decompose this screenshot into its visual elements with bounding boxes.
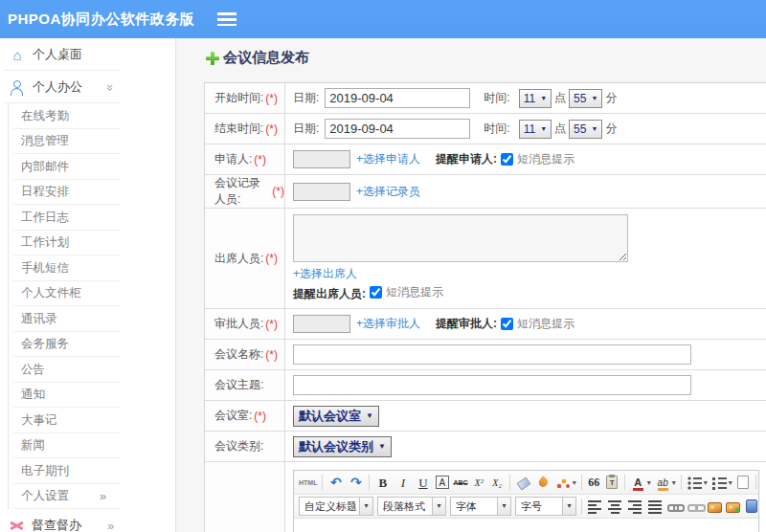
sidebar-item-news[interactable]: 新闻 [0,433,175,459]
format-brush-button[interactable] [534,473,552,492]
home-icon: ⌂ [10,47,25,63]
ordered-list-button[interactable] [686,473,709,492]
sidebar-item-notice[interactable]: 通知 [0,383,175,409]
dropdown-arrow-icon: ▾ [497,498,510,515]
meeting-subject-input[interactable] [293,375,691,395]
end-minute-select[interactable]: 55▼ [569,120,602,139]
sidebar-item-memorabilia[interactable]: 大事记 [0,408,175,433]
editor-content-area[interactable] [294,519,758,532]
page-title: 会议信息发布 [206,49,766,67]
approver-row: 审批人员:(*) +选择审批人 提醒审批人: 短消息提示 [205,309,766,340]
toolbar-separator [581,499,582,514]
sidebar-item-work-log[interactable]: 工作日志 [0,205,175,231]
meeting-subject-row: 会议主题: [205,370,766,401]
sidebar-item-meeting-service[interactable]: 会务服务 [0,332,175,358]
end-date-input[interactable] [325,119,470,139]
approver-input[interactable] [293,315,350,333]
applicant-input[interactable] [293,150,350,168]
dropdown-arrow-icon: ▼ [590,125,601,132]
sidebar-item-personal-settings[interactable]: 个人设置 » [0,484,175,510]
font-style-box-button[interactable]: A [434,473,450,492]
unordered-list-button[interactable] [710,473,733,492]
sidebar-submenu: 在线考勤 消息管理 内部邮件 日程安排 工作日志 工作计划 手机短信 [0,103,175,509]
end-hour-select[interactable]: 11▼ [519,120,552,139]
sidebar-item-internal-mail[interactable]: 内部邮件 [0,154,175,180]
redo-button[interactable]: ↷ [347,473,365,492]
meeting-room-row: 会议室:(*) 默认会议室▼ [205,401,766,432]
sidebar-item-message-management[interactable]: 消息管理 [0,129,175,155]
toolbar-separator [581,475,582,490]
sidebar-item-schedule[interactable]: 日程安排 [0,180,175,206]
heading-select[interactable]: 自定义标题▾ [299,497,373,516]
meeting-name-input[interactable] [293,344,691,365]
choose-applicant-link[interactable]: +选择申请人 [356,151,420,167]
blockquote-button[interactable]: 66 [586,473,602,492]
field-label: 出席人员: [214,251,263,267]
image-upload-button[interactable] [725,497,741,516]
toolbar-separator [322,475,323,490]
start-hour-select[interactable]: 11▼ [519,89,552,108]
sidebar-item-personal-desktop[interactable]: ⌂ 个人桌面 [0,38,175,71]
quick-format-button[interactable] [554,473,577,492]
undo-button[interactable]: ↶ [327,473,345,492]
font-color-button[interactable]: A [629,473,652,492]
subscript-button[interactable]: X₂ [489,473,506,492]
align-left-button[interactable] [586,497,604,516]
sidebar-item-personal-office[interactable]: 个人办公 » [0,71,175,103]
paragraph-format-select[interactable]: 段落格式▾ [377,497,446,516]
start-date-input[interactable] [325,88,470,108]
applicant-row: 申请人:(*) +选择申请人 提醒申请人: 短消息提示 [205,144,766,175]
meeting-type-select[interactable]: 默认会议类别▼ [293,436,392,457]
sidebar-item-mobile-sms[interactable]: 手机短信 [0,255,175,281]
sidebar-item-e-journal[interactable]: 电子期刊 [0,458,175,484]
end-time-row: 结束时间:(*) 日期: 时间: 11▼ 点 55▼ 分 [205,114,766,144]
align-center-button[interactable] [606,497,624,516]
sidebar-item-label: 个人桌面 [33,46,82,63]
link-button[interactable] [666,497,685,516]
highlight-color-button[interactable]: ab [654,473,677,492]
choose-approver-link[interactable]: +选择审批人 [356,316,420,332]
dropdown-arrow-icon: ▾ [359,498,372,515]
dropdown-arrow-icon: ▾ [432,498,445,515]
choose-recorder-link[interactable]: +选择记录员 [356,184,420,200]
attendees-textarea[interactable] [293,214,628,262]
meeting-name-row: 会议名称:(*) [205,340,766,370]
superscript-button[interactable]: X² [471,473,487,492]
sidebar-item-announcement[interactable]: 公告 [0,357,175,383]
sidebar-item-online-attendance[interactable]: 在线考勤 [0,103,175,129]
bold-button[interactable]: B [373,473,392,492]
sidebar-item-personal-file-cabinet[interactable]: 个人文件柜 [0,281,175,307]
unlink-button[interactable] [687,497,705,516]
strikethrough-button[interactable]: ABC [452,473,468,492]
format-select-group: 自定义标题▾段落格式▾字体▾字号▾ [297,497,578,516]
media-button[interactable] [743,497,758,516]
approver-sms-checkbox[interactable] [501,318,513,330]
start-minute-select[interactable]: 55▼ [569,89,602,108]
html-source-button[interactable]: HTML [298,473,318,492]
sidebar-item-contacts[interactable]: 通讯录 [0,306,175,332]
sidebar-item-work-plan[interactable]: 工作计划 [0,231,175,256]
field-label: 会议类别: [214,438,263,454]
align-right-button[interactable] [626,497,644,516]
required-mark: (*) [272,185,284,198]
font-family-select[interactable]: 字体▾ [450,497,511,516]
applicant-sms-checkbox[interactable] [501,153,513,166]
italic-button[interactable]: I [394,473,412,492]
toolbar-separator [369,475,370,490]
image-button[interactable] [707,497,723,516]
underline-button[interactable]: U [414,473,432,492]
choose-attendees-link[interactable]: +选择出席人 [293,266,357,282]
meeting-room-select[interactable]: 默认会议室▼ [293,406,379,427]
chevron-down-icon: » [103,83,118,90]
eraser-button[interactable] [514,473,532,492]
attendees-sms-checkbox[interactable] [370,286,382,299]
new-page-button[interactable] [735,473,752,492]
paste-button[interactable]: T [604,473,620,492]
person-icon [10,80,25,95]
recorder-input[interactable] [293,183,350,201]
align-justify-button[interactable] [646,497,665,516]
hamburger-menu-icon[interactable] [217,12,237,26]
editor-toolbar-row-2: 自定义标题▾段落格式▾字体▾字号▾ [294,495,758,519]
font-size-select[interactable]: 字号▾ [515,497,576,516]
sidebar-item-supervision[interactable]: 督查督办 » [0,509,175,532]
